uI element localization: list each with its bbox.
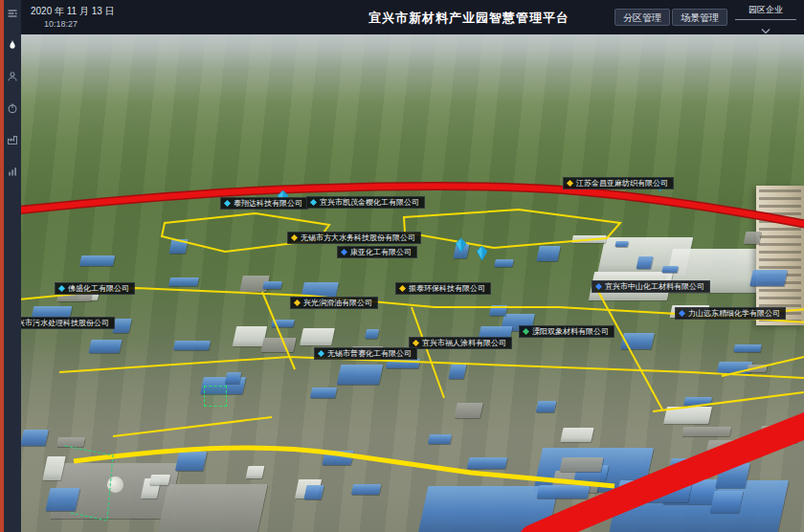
- company-marker-icon: [399, 285, 406, 292]
- company-name: 兴光润滑油有限公司: [303, 298, 372, 308]
- time-label: 10:18:27: [44, 19, 78, 29]
- company-marker-icon: [224, 200, 231, 207]
- page-title: 宜兴市新材料产业园智慧管理平台: [368, 10, 570, 27]
- company-name: 无锡市普赛化工有限公司: [327, 348, 412, 359]
- company-label[interactable]: 宜兴市中山化工材料有限公司: [592, 280, 710, 293]
- zone-management-button[interactable]: 分区管理: [614, 9, 670, 26]
- company-name: 佛盛化工有限公司: [68, 283, 129, 294]
- company-label[interactable]: 宜兴市福人涂料有限公司: [409, 337, 512, 349]
- date-label: 2020 年 11 月 13 日: [31, 5, 115, 18]
- company-label[interactable]: 无锡市普赛化工有限公司: [314, 347, 417, 360]
- park-enterprises-dropdown[interactable]: 园区企业: [735, 4, 796, 37]
- company-marker-icon: [523, 328, 529, 335]
- company-marker-icon: [291, 234, 298, 241]
- location-arrow-icon[interactable]: [476, 246, 488, 260]
- company-marker-icon: [318, 350, 324, 357]
- company-label[interactable]: 宜兴市凯茂金樱化工有限公司: [306, 196, 425, 209]
- company-label[interactable]: 兴光润滑油有限公司: [290, 297, 378, 309]
- company-name: 振泰环保科技有限公司: [409, 283, 485, 294]
- company-label[interactable]: 泰翔达科技有限公司: [220, 197, 308, 210]
- fire-icon[interactable]: [4, 36, 21, 54]
- left-sidebar: [0, 0, 21, 532]
- company-name: 力山远东精细化学有限公司: [688, 308, 780, 319]
- chevron-down-icon: [761, 29, 770, 33]
- road-line-thick: [74, 448, 614, 486]
- power-icon[interactable]: [4, 100, 21, 117]
- company-label[interactable]: 溧阳双象材料有限公司: [519, 325, 614, 338]
- company-marker-icon: [310, 199, 317, 206]
- selection-box: [204, 386, 227, 407]
- company-name: 宜兴市污水处理科技股份公司: [21, 318, 109, 328]
- company-marker-icon: [341, 249, 347, 255]
- company-name: 溧阳双象材料有限公司: [532, 326, 609, 337]
- company-name: 无锡市方大水务科技股份有限公司: [301, 233, 415, 243]
- company-name: 宜兴市福人涂料有限公司: [422, 338, 506, 348]
- company-label[interactable]: 无锡市方大水务科技股份有限公司: [287, 232, 421, 244]
- company-name: 泰翔达科技有限公司: [234, 198, 302, 209]
- factory-icon[interactable]: [4, 131, 21, 148]
- company-name: 宜兴市凯茂金樱化工有限公司: [320, 197, 419, 208]
- app-window: { "header": { "date": "2020 年 11 月 13 日"…: [0, 0, 804, 532]
- company-marker-icon: [567, 180, 573, 187]
- map-3d-view[interactable]: 泰翔达科技有限公司宜兴市凯茂金樱化工有限公司无锡市方大水务科技股份有限公司康亚化…: [21, 34, 804, 532]
- company-marker-icon: [595, 283, 602, 290]
- red-route-line: [532, 421, 804, 532]
- person-icon[interactable]: [4, 68, 21, 85]
- company-label[interactable]: 江苏金昌亚麻纺织有限公司: [563, 177, 674, 189]
- company-marker-icon: [413, 340, 419, 346]
- dropdown-label: 园区企业: [735, 4, 796, 20]
- company-label[interactable]: 佛盛化工有限公司: [55, 282, 135, 295]
- company-marker-icon: [58, 285, 65, 292]
- company-label[interactable]: 力山远东精细化学有限公司: [675, 307, 786, 320]
- menu-icon[interactable]: [4, 5, 21, 22]
- scene-management-button[interactable]: 场景管理: [672, 9, 727, 26]
- company-marker-icon: [679, 310, 685, 317]
- company-name: 康亚化工有限公司: [350, 247, 412, 257]
- top-header: 2020 年 11 月 13 日 10:18:27 宜兴市新材料产业园智慧管理平…: [21, 0, 804, 34]
- company-name: 宜兴市中山化工材料有限公司: [605, 281, 704, 292]
- company-label[interactable]: 康亚化工有限公司: [337, 246, 417, 258]
- location-arrow-icon[interactable]: [455, 238, 467, 253]
- company-name: 江苏金昌亚麻纺织有限公司: [576, 178, 668, 188]
- company-label[interactable]: 宜兴市污水处理科技股份公司: [21, 317, 115, 329]
- chart-icon[interactable]: [4, 163, 21, 180]
- company-label[interactable]: 振泰环保科技有限公司: [395, 282, 491, 295]
- company-marker-icon: [294, 299, 301, 306]
